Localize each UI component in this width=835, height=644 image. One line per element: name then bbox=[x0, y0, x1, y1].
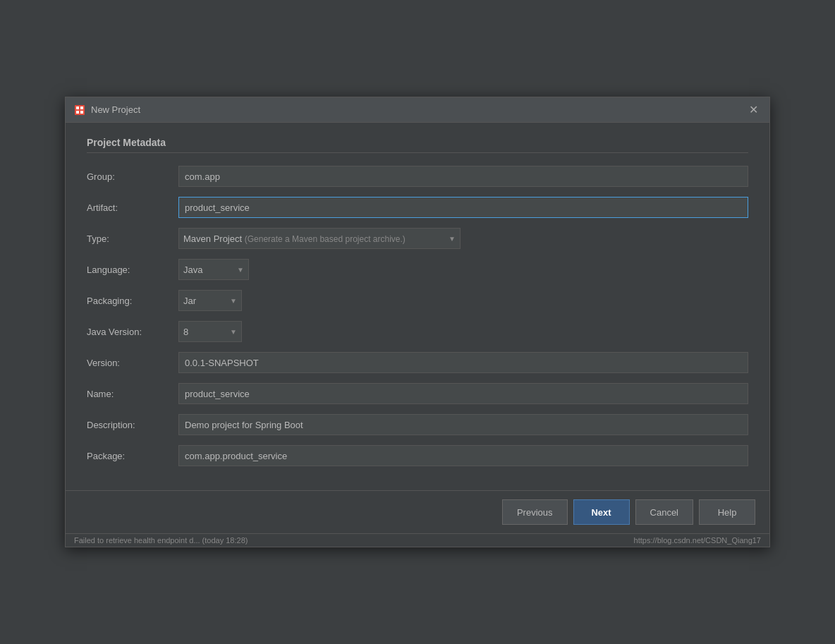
status-message: Failed to retrieve health endpoint d... … bbox=[74, 536, 248, 545]
version-label: Version: bbox=[87, 358, 178, 368]
previous-button[interactable]: Previous bbox=[502, 499, 568, 525]
packaging-row: Packaging: Jar ▼ bbox=[87, 290, 748, 311]
group-row: Group: bbox=[87, 166, 748, 187]
type-dropdown-arrow: ▼ bbox=[449, 235, 456, 243]
svg-rect-4 bbox=[80, 111, 83, 114]
help-button[interactable]: Help bbox=[699, 499, 755, 525]
package-row: Package: bbox=[87, 445, 748, 466]
group-label: Group: bbox=[87, 171, 178, 182]
language-value: Java bbox=[183, 265, 202, 275]
project-icon bbox=[74, 104, 85, 116]
type-dropdown[interactable]: Maven Project (Generate a Maven based pr… bbox=[178, 228, 461, 249]
java-version-dropdown-arrow: ▼ bbox=[230, 328, 237, 336]
type-row: Type: Maven Project (Generate a Maven ba… bbox=[87, 228, 748, 249]
title-bar-left: New Project bbox=[74, 104, 140, 116]
java-version-value: 8 bbox=[183, 327, 188, 337]
packaging-value: Jar bbox=[183, 296, 196, 306]
java-version-dropdown[interactable]: 8 ▼ bbox=[178, 321, 242, 342]
language-row: Language: Java ▼ bbox=[87, 259, 748, 280]
title-bar: New Project ✕ bbox=[66, 97, 769, 123]
dialog-body: Project Metadata Group: Artifact: Type: … bbox=[66, 123, 769, 490]
new-project-dialog: New Project ✕ Project Metadata Group: Ar… bbox=[65, 97, 770, 547]
description-row: Description: bbox=[87, 414, 748, 435]
type-value: Maven Project (Generate a Maven based pr… bbox=[183, 233, 406, 244]
cancel-button[interactable]: Cancel bbox=[635, 499, 693, 525]
svg-rect-3 bbox=[76, 111, 79, 114]
java-version-label: Java Version: bbox=[87, 327, 178, 337]
next-button[interactable]: Next bbox=[573, 499, 630, 525]
language-label: Language: bbox=[87, 265, 178, 275]
version-input[interactable] bbox=[178, 352, 748, 373]
section-title: Project Metadata bbox=[87, 137, 748, 153]
close-button[interactable]: ✕ bbox=[746, 102, 761, 118]
package-input[interactable] bbox=[178, 445, 748, 466]
group-input[interactable] bbox=[178, 166, 748, 187]
description-input[interactable] bbox=[178, 414, 748, 435]
dialog-title: New Project bbox=[91, 104, 140, 115]
java-version-row: Java Version: 8 ▼ bbox=[87, 321, 748, 342]
status-url: https://blog.csdn.net/CSDN_Qiang17 bbox=[634, 536, 761, 545]
status-bar: Failed to retrieve health endpoint d... … bbox=[66, 533, 769, 547]
version-row: Version: bbox=[87, 352, 748, 373]
dialog-footer: Previous Next Cancel Help bbox=[66, 490, 769, 533]
name-label: Name: bbox=[87, 389, 178, 399]
artifact-row: Artifact: bbox=[87, 197, 748, 218]
packaging-dropdown-arrow: ▼ bbox=[230, 297, 237, 305]
artifact-label: Artifact: bbox=[87, 202, 178, 213]
svg-rect-2 bbox=[80, 107, 83, 109]
description-label: Description: bbox=[87, 420, 178, 430]
packaging-dropdown[interactable]: Jar ▼ bbox=[178, 290, 242, 311]
packaging-label: Packaging: bbox=[87, 296, 178, 306]
package-label: Package: bbox=[87, 451, 178, 461]
language-dropdown-arrow: ▼ bbox=[237, 266, 244, 274]
artifact-input[interactable] bbox=[178, 197, 748, 218]
type-label: Type: bbox=[87, 233, 178, 244]
name-input[interactable] bbox=[178, 383, 748, 404]
name-row: Name: bbox=[87, 383, 748, 404]
svg-rect-1 bbox=[76, 107, 79, 109]
language-dropdown[interactable]: Java ▼ bbox=[178, 259, 249, 280]
